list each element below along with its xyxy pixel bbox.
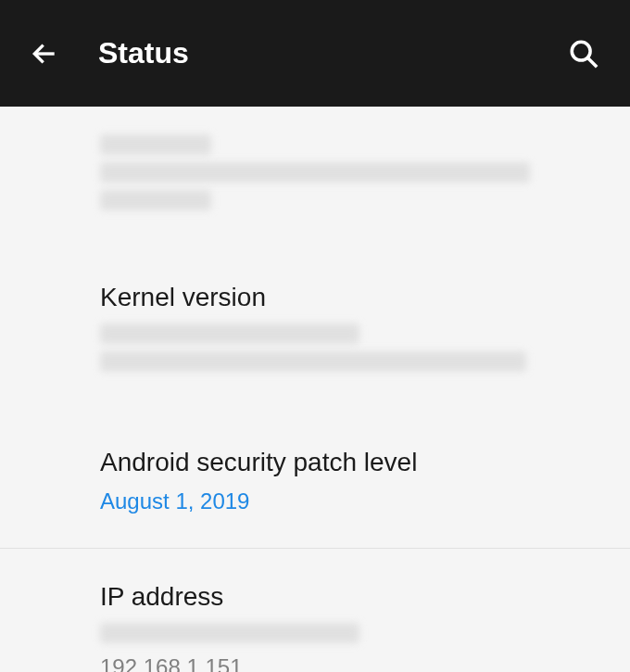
- search-icon[interactable]: [565, 35, 602, 72]
- redacted-text: [100, 134, 211, 155]
- item-value: August 1, 2019: [100, 488, 530, 514]
- redacted-text: [100, 162, 530, 183]
- list-item-kernel-version[interactable]: Kernel version: [0, 246, 630, 411]
- content-area: Kernel version Android security patch le…: [0, 107, 630, 672]
- app-header: Status: [0, 0, 630, 107]
- redacted-text: [100, 323, 359, 344]
- redacted-text: [100, 623, 359, 643]
- list-item-security-patch[interactable]: Android security patch level August 1, 2…: [0, 411, 630, 549]
- item-title: Android security patch level: [100, 448, 530, 477]
- redacted-text: [100, 190, 211, 210]
- page-title: Status: [98, 36, 189, 70]
- item-value: 192.168.1.151: [100, 651, 530, 672]
- svg-line-2: [588, 57, 597, 66]
- list-item-ip-address[interactable]: IP address 192.168.1.151: [0, 549, 630, 672]
- redacted-text: [100, 351, 526, 372]
- header-left: Status: [28, 36, 189, 70]
- svg-point-1: [572, 42, 590, 60]
- back-icon[interactable]: [28, 37, 61, 70]
- item-title: IP address: [100, 582, 530, 612]
- list-item-redacted[interactable]: [0, 107, 630, 246]
- item-title: Kernel version: [100, 283, 530, 312]
